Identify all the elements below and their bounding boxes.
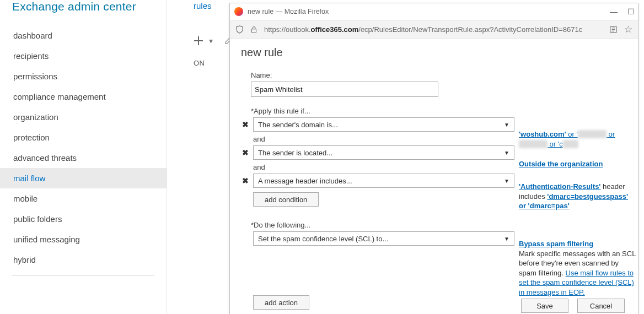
condition-1-dropdown[interactable]: The sender's domain is...▼	[253, 117, 514, 132]
add-action-button[interactable]: add action	[253, 295, 309, 310]
address-bar[interactable]: https://outlook.office365.com/ecp/RulesE…	[230, 20, 638, 39]
chevron-down-icon: ▼	[504, 150, 509, 156]
svg-rect-0	[251, 29, 256, 33]
condition-3-value[interactable]: 'Authentication-Results' header includes…	[519, 182, 636, 211]
dialog-heading: new rule	[241, 46, 627, 59]
sidebar-item-compliance-management[interactable]: compliance management	[12, 86, 167, 107]
window-minimize[interactable]: —	[610, 7, 618, 16]
lock-icon	[250, 25, 257, 34]
rule-name-input[interactable]	[251, 82, 438, 97]
cancel-button[interactable]: Cancel	[577, 299, 625, 313]
do-following-label: *Do the following...	[251, 221, 627, 229]
firefox-icon	[234, 7, 243, 16]
condition-1-value[interactable]: 'woshub.com' or 'xxxxxxxx or xxxxxxxx or…	[519, 129, 615, 149]
firefox-window: new rule — Mozilla Firefox — ☐ https://o…	[229, 3, 638, 314]
action-1-dropdown[interactable]: Set the spam confidence level (SCL) to..…	[253, 231, 514, 246]
sidebar-item-mail-flow[interactable]: mail flow	[0, 168, 167, 188]
shield-icon	[235, 25, 244, 34]
chevron-down-icon[interactable]: ▾	[206, 36, 216, 46]
remove-condition-1[interactable]: ✖	[241, 120, 250, 129]
window-title: new rule — Mozilla Firefox	[248, 8, 610, 15]
eac-sidebar: Exchange admin center dashboardrecipient…	[0, 0, 167, 314]
bypass-spam-link[interactable]: Bypass spam filtering	[519, 240, 593, 248]
url-text: https://outlook.office365.com/ecp/RulesE…	[264, 25, 603, 34]
sidebar-item-public-folders[interactable]: public folders	[12, 209, 167, 229]
sidebar-item-protection[interactable]: protection	[12, 127, 167, 148]
window-maximize[interactable]: ☐	[627, 7, 635, 16]
name-label: Name:	[251, 71, 627, 79]
sidebar-item-unified-messaging[interactable]: unified messaging	[12, 229, 167, 250]
sidebar-item-dashboard[interactable]: dashboard	[12, 25, 167, 46]
chevron-down-icon: ▼	[504, 236, 509, 242]
add-condition-button[interactable]: add condition	[253, 192, 319, 207]
remove-condition-2[interactable]: ✖	[241, 148, 250, 157]
sidebar-item-mobile[interactable]: mobile	[12, 188, 167, 209]
add-icon[interactable]	[194, 36, 203, 46]
sidebar-item-permissions[interactable]: permissions	[12, 66, 167, 86]
condition-3-dropdown[interactable]: A message header includes...▼	[253, 174, 514, 188]
chevron-down-icon: ▼	[504, 122, 509, 128]
eac-title: Exchange admin center	[12, 0, 167, 13]
reader-icon[interactable]	[609, 25, 618, 34]
chevron-down-icon: ▼	[504, 178, 509, 184]
condition-2-dropdown[interactable]: The sender is located...▼	[253, 145, 514, 160]
nav-separator	[12, 275, 154, 276]
window-titlebar: new rule — Mozilla Firefox — ☐	[230, 3, 638, 20]
sidebar-item-advanced-threats[interactable]: advanced threats	[12, 148, 167, 168]
sidebar-item-recipients[interactable]: recipients	[12, 46, 167, 66]
apply-if-label: *Apply this rule if...	[251, 107, 627, 115]
sidebar-item-organization[interactable]: organization	[12, 107, 167, 127]
action-1-description: Bypass spam filtering Mark specific mess…	[519, 239, 636, 297]
bookmark-star-icon[interactable]: ☆	[624, 24, 632, 35]
save-button[interactable]: Save	[521, 299, 568, 313]
condition-2-value[interactable]: Outside the organization	[519, 159, 603, 169]
remove-condition-3[interactable]: ✖	[241, 176, 250, 185]
sidebar-item-hybrid[interactable]: hybrid	[12, 250, 167, 270]
